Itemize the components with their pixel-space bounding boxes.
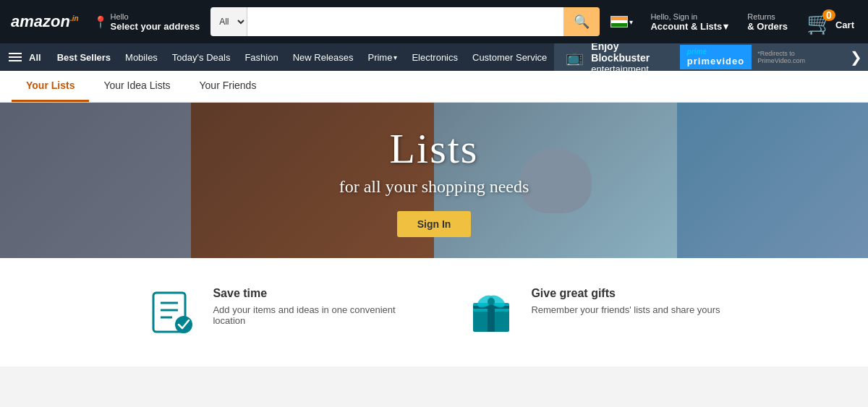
promo-banner: 📺 Enjoy Blockbuster entertainment prime … bbox=[554, 43, 868, 71]
cart[interactable]: 🛒 0 Cart bbox=[800, 4, 861, 39]
promo-redirect-note: *Redirects to PrimeVideo.com bbox=[757, 50, 833, 64]
feature-save-time: Save time Add your items and ideas in on… bbox=[148, 287, 422, 338]
nav-all-label: All bbox=[29, 52, 41, 63]
tabs-bar: Your Lists Your Idea Lists Your Friends bbox=[0, 71, 868, 103]
account-menu[interactable]: Hello, Sign in Account & Lists ▾ bbox=[644, 9, 735, 35]
hamburger-icon bbox=[9, 53, 22, 61]
nav-item-prime[interactable]: Prime ▾ bbox=[360, 43, 404, 71]
nav-bar: All Best Sellers Mobiles Today's Deals F… bbox=[0, 43, 868, 71]
location-hello: Hello bbox=[111, 12, 200, 21]
features-section: Save time Add your items and ideas in on… bbox=[0, 258, 868, 367]
give-gifts-title: Give great gifts bbox=[531, 287, 720, 300]
feature-give-gifts: Give great gifts Remember your friends' … bbox=[466, 287, 720, 338]
search-input[interactable] bbox=[247, 7, 563, 36]
promo-next-arrow[interactable]: ❯ bbox=[844, 48, 868, 66]
list-check-icon bbox=[148, 287, 198, 338]
tab-your-idea-lists[interactable]: Your Idea Lists bbox=[89, 71, 184, 102]
cart-count-badge: 0 bbox=[822, 9, 835, 21]
hero-banner: Lists for all your shopping needs Sign I… bbox=[0, 103, 868, 258]
nav-item-fashion[interactable]: Fashion bbox=[237, 43, 285, 71]
account-main: Account & Lists ▾ bbox=[650, 21, 728, 32]
promo-text: Enjoy Blockbuster entertainment bbox=[591, 43, 668, 71]
header: amazon.in 📍 Hello Select your address Al… bbox=[0, 0, 868, 43]
location-address: Select your address bbox=[111, 21, 200, 32]
nav-item-customer-service[interactable]: Customer Service bbox=[465, 43, 554, 71]
save-time-content: Save time Add your items and ideas in on… bbox=[213, 287, 422, 326]
nav-item-mobiles[interactable]: Mobiles bbox=[118, 43, 165, 71]
hero-title: Lists bbox=[390, 124, 479, 173]
sign-in-button[interactable]: Sign In bbox=[397, 211, 472, 237]
account-arrow: ▾ bbox=[723, 21, 728, 32]
hero-subtitle: for all your shopping needs bbox=[339, 177, 529, 197]
svg-point-4 bbox=[175, 316, 192, 333]
location-text: Hello Select your address bbox=[111, 12, 200, 32]
save-time-description: Add your items and ideas in one convenie… bbox=[213, 304, 422, 326]
nav-all-button[interactable]: All bbox=[0, 43, 50, 71]
location-icon: 📍 bbox=[93, 15, 108, 29]
orders-label: & Orders bbox=[747, 21, 788, 32]
tab-your-friends[interactable]: Your Friends bbox=[185, 71, 271, 102]
search-category-select[interactable]: All bbox=[210, 7, 247, 36]
prime-dropdown-arrow: ▾ bbox=[393, 53, 397, 61]
logo-sub: .in bbox=[70, 14, 79, 22]
location-selector[interactable]: 📍 Hello Select your address bbox=[88, 9, 205, 35]
country-dropdown-arrow: ▾ bbox=[629, 18, 633, 26]
logo[interactable]: amazon.in bbox=[7, 10, 82, 33]
nav-item-new-releases[interactable]: New Releases bbox=[286, 43, 361, 71]
nav-item-electronics[interactable]: Electronics bbox=[404, 43, 465, 71]
gift-icon bbox=[466, 287, 516, 338]
nav-item-best-sellers[interactable]: Best Sellers bbox=[50, 43, 118, 71]
nav-item-todays-deals[interactable]: Today's Deals bbox=[165, 43, 238, 71]
svg-point-11 bbox=[488, 298, 495, 305]
promo-content: 📺 Enjoy Blockbuster entertainment prime … bbox=[554, 43, 844, 71]
give-gifts-content: Give great gifts Remember your friends' … bbox=[531, 287, 720, 315]
hero-text-overlay: Lists for all your shopping needs Sign I… bbox=[0, 103, 868, 258]
returns-orders[interactable]: Returns & Orders bbox=[741, 9, 794, 35]
country-selector[interactable]: ▾ bbox=[605, 12, 638, 31]
account-hello: Hello, Sign in bbox=[650, 12, 728, 21]
tv-icon: 📺 bbox=[566, 48, 584, 66]
logo-text: amazon.in bbox=[11, 12, 79, 31]
search-icon: 🔍 bbox=[574, 14, 590, 30]
search-button[interactable]: 🔍 bbox=[563, 7, 600, 36]
prime-video-badge: prime primevideo bbox=[680, 45, 752, 69]
search-bar: All 🔍 bbox=[210, 7, 600, 36]
save-time-title: Save time bbox=[213, 287, 422, 300]
give-gifts-description: Remember your friends' lists and share y… bbox=[531, 304, 720, 315]
cart-label: Cart bbox=[835, 20, 854, 30]
tab-your-lists[interactable]: Your Lists bbox=[12, 71, 89, 102]
india-flag bbox=[610, 16, 628, 27]
returns-label: Returns bbox=[747, 12, 788, 21]
